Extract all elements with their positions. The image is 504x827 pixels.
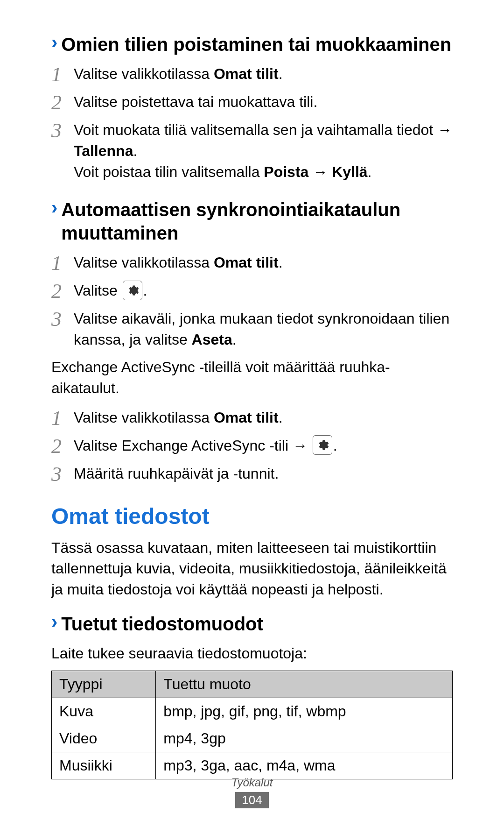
step-number: 1 [51,64,74,85]
step-item: 3 Voit muokata tiliä valitsemalla sen ja… [51,120,453,182]
table-cell: mp3, 3ga, aac, m4a, wma [156,752,453,779]
step-text: Määritä ruuhkapäivät ja -tunnit. [74,463,453,484]
table-cell: Video [52,725,156,752]
footer-category: Työkalut [0,776,504,789]
steps-list-1: 1 Valitse valikkotilassa Omat tilit. 2 V… [51,64,453,182]
step-item: 1 Valitse valikkotilassa Omat tilit. [51,64,453,85]
formats-intro: Laite tukee seuraavia tiedostomuotoja: [51,643,453,664]
step-number: 2 [51,280,74,302]
table-header-cell: Tuettu muoto [156,671,453,698]
manual-page: › Omien tilien poistaminen tai muokkaami… [0,0,504,827]
subheading-text: Automaattisen synkronointiaikataulun muu… [61,198,453,245]
table-cell: Kuva [52,698,156,725]
subheading-remove-edit-accounts: › Omien tilien poistaminen tai muokkaami… [51,33,453,56]
step-number: 1 [51,252,74,274]
step-number: 3 [51,463,74,485]
table-cell: mp4, 3gp [156,725,453,752]
step-text: Valitse aikaväli, jonka mukaan tiedot sy… [74,308,453,350]
step-item: 3 Määritä ruuhkapäivät ja -tunnit. [51,463,453,485]
section-heading-my-files: Omat tiedostot [51,503,453,529]
gear-icon [123,281,142,300]
table-header-row: Tyyppi Tuettu muoto [52,671,453,698]
step-text: Valitse Exchange ActiveSync -tili → . [74,435,453,457]
step-text: Valitse poistettava tai muokattava tili. [74,92,453,113]
subheading-text: Omien tilien poistaminen tai muokkaamine… [61,33,453,56]
step-number: 3 [51,308,74,330]
table-row: Musiikki mp3, 3ga, aac, m4a, wma [52,752,453,779]
step-text: Valitse . [74,280,453,302]
subheading-auto-sync-schedule: › Automaattisen synkronointiaikataulun m… [51,198,453,245]
step-text: Voit muokata tiliä valitsemalla sen ja v… [74,120,453,182]
page-number: 104 [235,792,268,808]
step-number: 2 [51,435,74,457]
table-row: Kuva bmp, jpg, gif, png, tif, wbmp [52,698,453,725]
chevron-icon: › [51,33,57,51]
step-text: Valitse valikkotilassa Omat tilit. [74,64,453,85]
steps-list-2b: 1 Valitse valikkotilassa Omat tilit. 2 V… [51,407,453,485]
subheading-supported-formats: › Tuetut tiedostomuodot [51,612,453,636]
formats-table: Tyyppi Tuettu muoto Kuva bmp, jpg, gif, … [51,671,453,779]
chevron-icon: › [51,198,57,217]
chevron-icon: › [51,612,57,631]
step-item: 2 Valitse poistettava tai muokattava til… [51,92,453,113]
steps-list-2a: 1 Valitse valikkotilassa Omat tilit. 2 V… [51,252,453,350]
step-number: 2 [51,92,74,113]
step-number: 3 [51,120,74,141]
step-text: Valitse valikkotilassa Omat tilit. [74,252,453,273]
note-paragraph: Exchange ActiveSync -tileillä voit määri… [51,357,453,399]
step-item: 2 Valitse Exchange ActiveSync -tili → . [51,435,453,457]
section-intro: Tässä osassa kuvataan, miten laitteeseen… [51,537,453,600]
table-row: Video mp4, 3gp [52,725,453,752]
step-text: Valitse valikkotilassa Omat tilit. [74,407,453,428]
table-cell: bmp, jpg, gif, png, tif, wbmp [156,698,453,725]
step-number: 1 [51,407,74,429]
page-footer: Työkalut 104 [0,776,504,808]
table-cell: Musiikki [52,752,156,779]
table-header-cell: Tyyppi [52,671,156,698]
step-item: 1 Valitse valikkotilassa Omat tilit. [51,252,453,274]
step-item: 2 Valitse . [51,280,453,302]
subheading-text: Tuetut tiedostomuodot [61,612,453,636]
step-item: 3 Valitse aikaväli, jonka mukaan tiedot … [51,308,453,350]
gear-icon [313,435,332,455]
step-item: 1 Valitse valikkotilassa Omat tilit. [51,407,453,429]
